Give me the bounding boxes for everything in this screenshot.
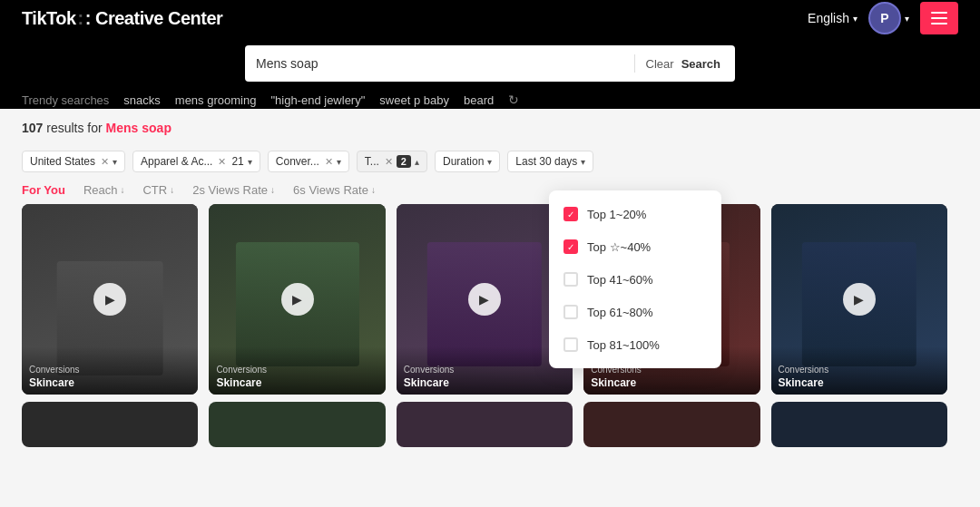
dropdown-item-top-81-100[interactable]: Top 81~100%: [549, 328, 721, 361]
video-card-5[interactable]: ▶ Conversions Skincare: [771, 204, 947, 395]
search-wrapper: Clear Search: [245, 45, 735, 82]
sort-tab-ctr[interactable]: CTR ↓: [142, 183, 174, 197]
sort-tab-6s-views[interactable]: 6s Views Rate ↓: [293, 183, 376, 197]
dropdown-label-top-41-60: Top 41~60%: [587, 273, 653, 287]
dropdown-label-top-61-80: Top 61~80%: [587, 306, 653, 319]
filter-duration-label: Duration: [443, 155, 484, 168]
trending-item-jewlery[interactable]: "high-end jewlery": [270, 93, 365, 107]
search-input[interactable]: [256, 56, 627, 71]
video-info-1: Conversions Skincare: [22, 346, 198, 395]
filter-duration-arrow: ▾: [487, 157, 492, 167]
video-card-row2-4[interactable]: [583, 402, 760, 447]
play-button-2[interactable]: ▶: [281, 283, 314, 316]
video-card-1[interactable]: ▶ Conversions Skincare: [22, 204, 198, 395]
checkbox-top-21-40[interactable]: [564, 239, 578, 254]
video-card-row2-2[interactable]: [209, 402, 385, 447]
filter-days[interactable]: Last 30 days ▾: [507, 151, 593, 172]
filters-row: United States ✕ ▾ Apparel & Ac... ✕ 21 ▾…: [0, 143, 980, 180]
video-info-5: Conversions Skincare: [771, 346, 947, 395]
refresh-icon[interactable]: ↻: [508, 93, 519, 107]
video-card-row2-3[interactable]: [397, 402, 573, 447]
search-divider: [634, 54, 635, 73]
video-grid: ▶ Conversions Skincare ▶ Conversions Ski…: [0, 204, 980, 395]
clear-button[interactable]: Clear: [642, 57, 678, 71]
video-card-3[interactable]: ▶ Conversions Skincare: [397, 204, 573, 395]
filter-top-remove[interactable]: ✕: [385, 156, 393, 168]
filter-conversion-remove[interactable]: ✕: [325, 156, 333, 168]
filter-category[interactable]: Apparel & Ac... ✕ 21 ▾: [132, 151, 260, 172]
filter-days-arrow: ▾: [581, 157, 585, 167]
search-button[interactable]: Search: [678, 57, 724, 71]
trending-item-mens-grooming[interactable]: mens grooming: [175, 93, 257, 107]
header: TikTok:: Creative Center English ▾ P ▾: [0, 0, 980, 109]
results-count: 107: [22, 121, 43, 135]
filter-category-count: 21: [231, 155, 243, 168]
video-thumbnail-5: ▶ Conversions Skincare: [771, 204, 947, 395]
filter-country-remove[interactable]: ✕: [101, 156, 109, 168]
dropdown-item-top-61-80[interactable]: Top 61~80%: [549, 296, 721, 328]
results-bar: 107 results for Mens soap: [0, 109, 980, 143]
play-button-1[interactable]: ▶: [93, 283, 126, 316]
logo-creative-center: : Creative Center: [85, 8, 223, 28]
video-card-row2-5[interactable]: [771, 402, 947, 447]
video-category-5: Skincare: [779, 376, 940, 389]
checkbox-top-41-60[interactable]: [564, 272, 578, 287]
video-tag-5: Conversions: [779, 365, 940, 375]
trending-item-snacks[interactable]: snacks: [123, 93, 160, 107]
video-card-2[interactable]: ▶ Conversions Skincare: [209, 204, 385, 395]
filter-country-arrow: ▾: [113, 157, 117, 167]
video-thumbnail-1: ▶ Conversions Skincare: [22, 204, 198, 395]
logo-tiktok: TikTok: [22, 8, 76, 28]
sort-tab-for-you[interactable]: For You: [22, 183, 65, 197]
filter-days-label: Last 30 days: [515, 155, 577, 168]
play-button-3[interactable]: ▶: [468, 283, 501, 316]
dropdown-item-top-41-60[interactable]: Top 41~60%: [549, 263, 721, 296]
menu-button[interactable]: [920, 2, 958, 34]
filter-country[interactable]: United States ✕ ▾: [22, 151, 125, 172]
filter-conversion[interactable]: Conver... ✕ ▾: [268, 151, 349, 172]
filter-country-label: United States: [30, 155, 95, 168]
video-category-4: Skincare: [591, 376, 752, 389]
header-right: English ▾ P ▾: [808, 2, 958, 34]
results-for-text: results for: [46, 121, 102, 135]
avatar-chevron-icon: ▾: [905, 14, 909, 24]
video-info-2: Conversions Skincare: [209, 346, 385, 395]
checkbox-top-61-80[interactable]: [564, 305, 578, 319]
avatar[interactable]: P: [868, 2, 901, 34]
video-thumbnail-2: ▶ Conversions Skincare: [209, 204, 385, 395]
dropdown-item-top-21-40[interactable]: Top ☆~40%: [549, 230, 721, 263]
filter-top-label: T...: [365, 155, 379, 168]
2s-arrow-icon: ↓: [270, 185, 275, 195]
dropdown-label-top-81-100: Top 81~100%: [587, 338, 660, 352]
trending-item-beard[interactable]: beard: [464, 93, 494, 107]
language-button[interactable]: English ▾: [808, 11, 858, 25]
top-filter-dropdown: Top 1~20% Top ☆~40% Top 41~60% Top 61~80…: [549, 190, 721, 368]
trending-items: snacks mens grooming "high-end jewlery" …: [123, 93, 494, 107]
filter-top[interactable]: T... ✕ 2 ▴: [357, 151, 427, 172]
play-button-5[interactable]: ▶: [843, 283, 876, 316]
logo: TikTok:: Creative Center: [22, 8, 222, 29]
reach-arrow-icon: ↓: [120, 185, 124, 195]
language-label: English: [808, 11, 849, 25]
trending-row: Trendy searches snacks mens grooming "hi…: [22, 93, 958, 107]
6s-arrow-icon: ↓: [371, 185, 376, 195]
video-tag-2: Conversions: [216, 365, 377, 375]
trending-label: Trendy searches: [22, 93, 109, 107]
trending-item-sweet-p-baby[interactable]: sweet p baby: [379, 93, 449, 107]
video-card-row2-1[interactable]: [22, 402, 198, 447]
filter-top-arrow: ▴: [415, 157, 419, 167]
dropdown-label-top-1-20: Top 1~20%: [587, 208, 646, 221]
dropdown-item-top-1-20[interactable]: Top 1~20%: [549, 198, 721, 230]
avatar-label: P: [880, 11, 888, 25]
sort-tab-reach[interactable]: Reach ↓: [83, 183, 125, 197]
chevron-down-icon: ▾: [853, 14, 858, 24]
checkbox-top-1-20[interactable]: [564, 207, 578, 221]
sort-tab-2s-views[interactable]: 2s Views Rate ↓: [192, 183, 275, 197]
filter-category-remove[interactable]: ✕: [218, 156, 226, 168]
results-query: Mens soap: [106, 121, 172, 135]
checkbox-top-81-100[interactable]: [564, 337, 578, 352]
filter-duration[interactable]: Duration ▾: [435, 151, 500, 172]
header-top: TikTok:: Creative Center English ▾ P ▾: [22, 2, 958, 34]
dropdown-label-top-21-40: Top ☆~40%: [587, 240, 651, 254]
filter-top-count: 2: [397, 155, 411, 168]
